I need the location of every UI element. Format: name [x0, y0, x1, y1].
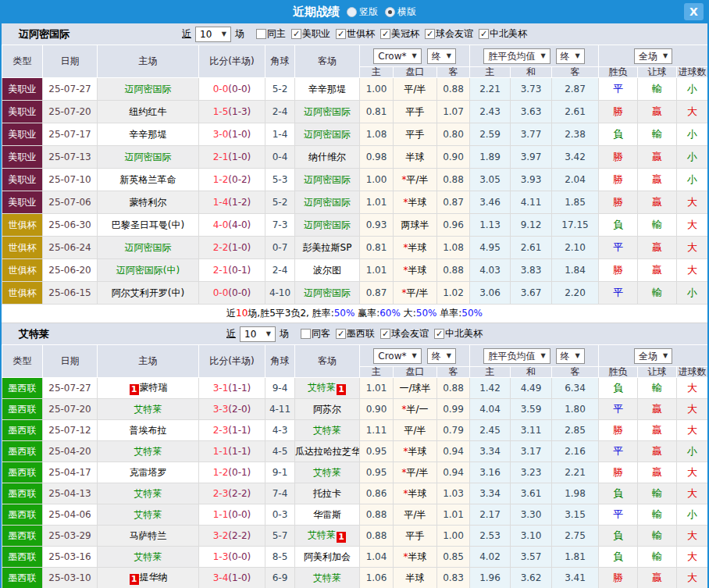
section-miami: 迈阿密国际 近 10 ▼ 场 同主✓美职业✓世俱杯✓美冠杯✓球会友谊✓中北美杯 [2, 23, 707, 323]
filter-checkbox-中北美杯[interactable]: ✓中北美杯 [479, 27, 527, 41]
result-goals: 大 [677, 547, 708, 568]
chevron-down-icon: ▼ [540, 50, 545, 62]
col-score: 比分(半场) [199, 345, 265, 378]
match-score: 0-0(0-0) [199, 78, 265, 101]
halftime-score: (1-0) [228, 572, 251, 583]
handicap-home-odds: 1.01 [360, 191, 394, 214]
avg-away-odds: 3.41 [552, 568, 599, 588]
match-score: 1-3(0-0) [199, 547, 265, 568]
handicap-home-odds: 0.95 [360, 441, 394, 462]
handicap-line: *半球 [394, 547, 437, 568]
result-goals: 小 [677, 78, 708, 101]
filter-checkbox-球会友谊[interactable]: ✓球会友谊 [380, 327, 429, 340]
layout-vertical-radio[interactable]: 竖版 [347, 5, 378, 19]
team-label: 阿苏尔 [313, 404, 341, 415]
corner-score: 5-7 [265, 526, 295, 547]
match-score: 3-3(2-0) [199, 399, 265, 420]
odds-provider-select[interactable]: Crow*▼ [373, 48, 421, 64]
result-goals: 小 [677, 146, 708, 169]
near-link[interactable]: 近 [182, 27, 191, 41]
result-handicap: 贏 [638, 237, 677, 259]
wdl-time-select[interactable]: 终▼ [556, 48, 585, 64]
handicap-star: * [401, 174, 406, 185]
summary-part: 50% [416, 308, 437, 319]
match-count-select[interactable]: 10 ▼ [240, 326, 276, 342]
avg-draw-odds: 2.61 [511, 237, 552, 259]
close-button[interactable]: X [684, 3, 704, 20]
result-goals: 小 [677, 282, 708, 305]
handicap-away-odds: 0.88 [437, 78, 470, 101]
team-label: 艾特莱 [134, 509, 162, 520]
avg-draw-odds: 3.23 [511, 462, 552, 483]
match-row: 墨西联25-07-12普埃布拉2-3(1-1)4-3艾特莱1.11平/半0.79… [2, 420, 708, 441]
match-date: 25-04-17 [43, 462, 98, 483]
result-wdl: 勝 [599, 420, 638, 441]
fulltime-select[interactable]: 全场▼ [634, 348, 672, 364]
avg-away-odds: 2.20 [552, 282, 599, 305]
near-link[interactable]: 近 [226, 327, 236, 340]
away-team: 迈阿密国际 [295, 214, 360, 237]
avg-home-odds: 1.96 [470, 568, 511, 588]
match-date: 25-07-06 [43, 191, 98, 214]
col-corner: 角球 [265, 345, 295, 378]
handicap-line: 平手 [394, 123, 437, 146]
team-label: 纽约红牛 [130, 106, 167, 117]
checkbox-icon: ✓ [380, 329, 390, 339]
home-team: 纽约红牛 [98, 101, 199, 123]
radio-unchecked-icon [347, 7, 357, 17]
match-date: 25-06-20 [43, 259, 98, 282]
filter-checkbox-中北美杯[interactable]: ✓中北美杯 [434, 327, 483, 340]
filter-checkbox-墨西联[interactable]: ✓墨西联 [336, 327, 375, 340]
halftime-score: (0-0) [228, 84, 251, 94]
col-corner: 角球 [265, 45, 295, 78]
league-type-badge: 墨西联 [2, 483, 43, 504]
halftime-score: (1-2) [228, 197, 251, 208]
summary-part: 10 [236, 308, 248, 319]
fulltime-select[interactable]: 全场▼ [634, 48, 672, 64]
match-row: 墨西联25-04-17克雷塔罗1-2(0-1)9-1艾特莱0.95*平/半0.9… [2, 462, 708, 483]
team-label: 艾特莱 [134, 446, 162, 457]
league-type-badge: 墨西联 [2, 399, 43, 420]
match-row: 美职业25-07-10新英格兰革命1-2(0-2)5-3迈阿密国际1.00*平/… [2, 169, 708, 191]
filter-checkbox-美职业[interactable]: ✓美职业 [291, 27, 330, 41]
away-team: 纳什维尔 [295, 146, 360, 169]
filter-checkbox-美冠杯[interactable]: ✓美冠杯 [380, 27, 419, 41]
result-handicap: 贏 [638, 259, 677, 282]
match-count-select[interactable]: 10 ▼ [195, 27, 231, 42]
filter-checkbox-世俱杯[interactable]: ✓世俱杯 [336, 27, 375, 41]
team-label: 艾特莱 [313, 572, 341, 583]
handicap-line: *平/半 [394, 462, 437, 483]
odds-provider-select[interactable]: Crow*▼ [373, 348, 421, 364]
halftime-score: (0-2) [228, 174, 251, 185]
odds-time-select[interactable]: 终▼ [427, 48, 456, 64]
handicap-line: 平/半 [394, 78, 437, 101]
result-handicap: 輸 [638, 547, 677, 568]
away-team: 阿苏尔 [295, 399, 360, 420]
halftime-score: (0-0) [228, 509, 251, 520]
checkbox-label: 中北美杯 [490, 27, 527, 41]
handicap-star: * [404, 265, 408, 276]
wdl-avg-select[interactable]: 胜平负均值▼ [483, 48, 550, 64]
result-wdl: 平 [599, 78, 638, 101]
chevron-down-icon: ▼ [663, 50, 668, 62]
match-date: 25-07-10 [43, 169, 98, 191]
handicap-line: *半/一 [394, 399, 437, 420]
wdl-avg-select[interactable]: 胜平负均值▼ [483, 348, 550, 364]
wdl-time-select[interactable]: 终▼ [556, 348, 585, 364]
odds-time-select[interactable]: 终▼ [427, 348, 456, 364]
away-team: 艾特莱1 [295, 526, 360, 547]
match-date: 25-07-27 [43, 78, 98, 101]
avg-draw-odds: 3.77 [511, 123, 552, 146]
handicap-home-odds: 0.81 [360, 101, 394, 123]
filter-checkbox-同主[interactable]: 同主 [256, 27, 286, 41]
handicap-line: 半球 [394, 146, 437, 169]
team-label: 托拉卡 [313, 488, 341, 499]
result-goals: 小 [677, 169, 708, 191]
filter-checkbox-同客[interactable]: 同客 [301, 327, 330, 340]
league-type-badge: 世俱杯 [2, 282, 43, 305]
filter-checkbox-球会友谊[interactable]: ✓球会友谊 [425, 27, 473, 41]
handicap-line: 平手 [394, 101, 437, 123]
layout-horizontal-radio[interactable]: 横版 [385, 5, 416, 19]
home-team: 艾特莱 [98, 441, 199, 462]
result-handicap: 輸 [638, 378, 677, 399]
